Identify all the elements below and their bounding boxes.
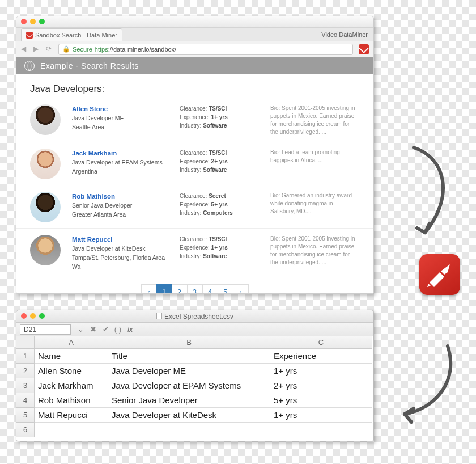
- name-box[interactable]: D21: [20, 324, 71, 335]
- result-name[interactable]: Matt Repucci: [72, 235, 168, 244]
- tab-title: Sandbox Search - Data Miner: [35, 32, 117, 39]
- page-banner: Example - Search Results: [16, 57, 373, 74]
- avatar: [30, 192, 61, 222]
- row-header[interactable]: 1: [16, 349, 35, 364]
- address-bar: ◀ ▶ ⟳ 🔒 Secure https://data-miner.io/san…: [16, 41, 373, 57]
- cell[interactable]: Java Developer ME: [108, 364, 270, 378]
- paren-icon[interactable]: ( ): [112, 324, 124, 335]
- extension-icon[interactable]: [359, 44, 369, 54]
- result-name[interactable]: Rob Mathison: [72, 192, 168, 201]
- cell[interactable]: Experience: [270, 349, 372, 364]
- maximize-icon[interactable]: [39, 313, 45, 319]
- cell[interactable]: [108, 423, 270, 437]
- spreadsheet-window: Excel Spreadsheet.csv D21 ⌄ ✖ ✔ ( ) fx A…: [16, 310, 374, 441]
- page-1[interactable]: 1: [156, 284, 172, 294]
- cell[interactable]: 5+ yrs: [270, 393, 372, 408]
- cell[interactable]: Name: [35, 349, 108, 364]
- tab-active[interactable]: Sandbox Search - Data Miner: [21, 28, 122, 41]
- cell[interactable]: Matt Repucci: [35, 408, 108, 423]
- minimize-icon[interactable]: [30, 19, 36, 24]
- cell[interactable]: Senior Java Developer: [108, 393, 270, 408]
- document-icon: [156, 313, 162, 319]
- search-result: Allen Stone Java Developer ME Seattle Ar…: [16, 99, 373, 141]
- formula-bar: D21 ⌄ ✖ ✔ ( ) fx: [16, 323, 373, 336]
- search-result: Rob Mathison Senior Java Developer Great…: [16, 187, 373, 227]
- dropdown-icon[interactable]: ⌄: [75, 324, 86, 335]
- url-text: https://data-miner.io/sandbox/: [95, 46, 176, 53]
- spreadsheet-titlebar: Excel Spreadsheet.csv: [16, 310, 373, 323]
- video-link[interactable]: Video DataMiner: [321, 31, 368, 38]
- row-header[interactable]: 2: [16, 364, 35, 378]
- avatar: [30, 149, 61, 179]
- result-name[interactable]: Jack Markham: [72, 149, 168, 158]
- page-2[interactable]: 2: [172, 284, 188, 294]
- spreadsheet-grid[interactable]: A B C 1 Name Title Experience 2 Allen St…: [16, 336, 373, 437]
- back-icon[interactable]: ◀: [21, 45, 30, 54]
- close-icon[interactable]: [21, 19, 27, 24]
- cell[interactable]: Rob Mathison: [35, 393, 108, 408]
- col-header-c[interactable]: C: [270, 336, 372, 349]
- globe-icon: [24, 61, 35, 71]
- maximize-icon[interactable]: [39, 19, 45, 24]
- minimize-icon[interactable]: [30, 313, 36, 319]
- cell[interactable]: Allen Stone: [35, 364, 108, 378]
- cell[interactable]: [35, 423, 108, 437]
- pagination: ‹ 1 2 3 4 5 ›: [16, 284, 373, 294]
- secure-label: Secure: [73, 46, 92, 53]
- confirm-icon[interactable]: ✔: [100, 324, 111, 335]
- page-5[interactable]: 5: [218, 284, 233, 294]
- lock-icon: 🔒: [62, 45, 70, 53]
- page-next[interactable]: ›: [233, 284, 249, 294]
- spreadsheet-filename: Excel Spreadsheet.csv: [164, 313, 233, 320]
- result-name[interactable]: Allen Stone: [72, 104, 168, 114]
- divider: [16, 185, 373, 185]
- cell[interactable]: Java Developer at KiteDesk: [108, 408, 270, 423]
- page-4[interactable]: 4: [202, 284, 218, 294]
- reload-icon[interactable]: ⟳: [46, 45, 55, 54]
- page-prev[interactable]: ‹: [141, 284, 157, 294]
- arrow-icon: [397, 142, 465, 244]
- select-all-corner[interactable]: [16, 336, 35, 349]
- avatar: [30, 235, 61, 265]
- row-header[interactable]: 3: [16, 378, 35, 393]
- row-header[interactable]: 4: [16, 393, 35, 408]
- arrow-icon: [397, 340, 465, 431]
- avatar: [30, 104, 61, 135]
- page-content: Example - Search Results Java Developers…: [16, 57, 373, 294]
- result-title: Java Developer ME: [72, 114, 168, 123]
- result-location: Seattle Area: [72, 123, 168, 132]
- url-input[interactable]: 🔒 Secure https://data-miner.io/sandbox/: [58, 44, 353, 55]
- cell[interactable]: [270, 423, 372, 437]
- page-heading: Java Developers:: [16, 74, 373, 99]
- cell[interactable]: 1+ yrs: [270, 364, 372, 378]
- row-header[interactable]: 6: [16, 423, 35, 437]
- page-3[interactable]: 3: [187, 284, 203, 294]
- cell[interactable]: 2+ yrs: [270, 378, 372, 393]
- browser-window: Sandbox Search - Data Miner Video DataMi…: [16, 16, 374, 294]
- result-bio: Bio: Spent 2001-2005 investing in puppet…: [270, 104, 360, 136]
- tab-strip: Sandbox Search - Data Miner Video DataMi…: [16, 28, 373, 41]
- search-result: Matt Repucci Java Developer at KiteDesk …: [16, 230, 373, 276]
- search-result: Jack Markham Java Developer at EPAM Syst…: [16, 144, 373, 184]
- dataminer-app-icon[interactable]: [419, 254, 460, 295]
- col-header-b[interactable]: B: [108, 336, 270, 349]
- divider: [16, 228, 373, 229]
- cell[interactable]: Title: [108, 349, 270, 364]
- cell[interactable]: 1+ yrs: [270, 408, 372, 423]
- cancel-icon[interactable]: ✖: [87, 324, 99, 335]
- close-icon[interactable]: [21, 313, 27, 319]
- titlebar: [16, 16, 373, 28]
- forward-icon[interactable]: ▶: [33, 45, 42, 54]
- fx-label: fx: [128, 326, 133, 334]
- row-header[interactable]: 5: [16, 408, 35, 423]
- col-header-a[interactable]: A: [35, 336, 108, 349]
- favicon-icon: [26, 32, 33, 39]
- banner-text: Example - Search Results: [40, 61, 139, 70]
- cell[interactable]: Java Developer at EPAM Systems: [108, 378, 270, 393]
- divider: [16, 142, 373, 142]
- cell[interactable]: Jack Markham: [35, 378, 108, 393]
